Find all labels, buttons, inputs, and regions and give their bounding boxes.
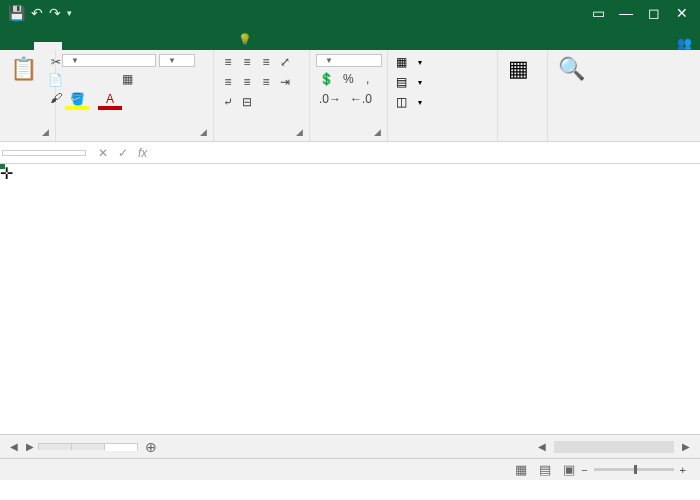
- italic-button[interactable]: [81, 78, 97, 80]
- launcher-icon[interactable]: ◢: [42, 127, 49, 137]
- shrink-font-button[interactable]: [158, 78, 174, 80]
- qat-dropdown-icon[interactable]: ▾: [67, 8, 72, 18]
- editing-icon: 🔍: [558, 56, 585, 82]
- tab-file[interactable]: [6, 42, 34, 50]
- cell-style-icon: ◫: [396, 95, 410, 109]
- bold-button[interactable]: [62, 78, 78, 80]
- paste-button[interactable]: 📋: [6, 54, 41, 86]
- align-left-icon[interactable]: ≡: [220, 74, 236, 90]
- launcher-icon[interactable]: ◢: [296, 127, 303, 137]
- editing-button[interactable]: 🔍: [554, 54, 589, 86]
- tab-home[interactable]: [34, 42, 62, 50]
- grow-font-button[interactable]: [139, 78, 155, 80]
- undo-icon[interactable]: ↶: [31, 5, 43, 21]
- cursor-icon: ✛: [0, 164, 13, 183]
- zoom-in-icon[interactable]: +: [680, 464, 686, 476]
- zoom-control[interactable]: − +: [581, 464, 692, 476]
- new-sheet-icon[interactable]: ⊕: [137, 439, 165, 455]
- page-layout-view-icon[interactable]: ▤: [533, 462, 557, 477]
- group-editing: 🔍: [548, 50, 592, 141]
- align-center-icon[interactable]: ≡: [239, 74, 255, 90]
- fx-icon[interactable]: fx: [138, 146, 147, 160]
- quick-access-toolbar: 💾 ↶ ↷ ▾: [0, 5, 80, 21]
- normal-view-icon[interactable]: ▦: [509, 462, 533, 477]
- font-color-button[interactable]: A: [95, 91, 125, 111]
- hscroll-left-icon[interactable]: ◀: [534, 441, 550, 452]
- conditional-formatting-button[interactable]: ▦▾: [394, 54, 424, 70]
- maximize-icon[interactable]: ◻: [642, 5, 666, 21]
- comma-icon[interactable]: ,: [360, 71, 376, 87]
- percent-icon[interactable]: %: [340, 71, 357, 87]
- font-size-combo[interactable]: ▼: [159, 54, 195, 67]
- align-right-icon[interactable]: ≡: [258, 74, 274, 90]
- format-as-table-button[interactable]: ▤▾: [394, 74, 424, 90]
- decrease-decimal-icon[interactable]: ←.0: [347, 91, 375, 107]
- cells-icon: ▦: [508, 56, 529, 82]
- launcher-icon[interactable]: ◢: [374, 127, 381, 137]
- page-break-view-icon[interactable]: ▣: [557, 462, 581, 477]
- tab-data[interactable]: [146, 42, 174, 50]
- sheet-tab-sheet5[interactable]: [71, 443, 105, 450]
- cells-button[interactable]: ▦: [504, 54, 533, 86]
- sheet-nav-prev-icon[interactable]: ◀: [6, 441, 22, 452]
- tab-view[interactable]: [202, 42, 230, 50]
- zoom-slider[interactable]: [594, 468, 674, 471]
- group-font: ▼ ▼ ▦ 🪣 A ◢: [56, 50, 214, 141]
- group-styles: ▦▾ ▤▾ ◫▾: [388, 50, 498, 141]
- sheet-tab-sheet4[interactable]: [38, 443, 72, 450]
- sheet-tab-sheet3[interactable]: [104, 443, 138, 451]
- align-bottom-icon[interactable]: ≡: [258, 54, 274, 70]
- selection-rectangle: [0, 164, 4, 168]
- ribbon-tabs: 💡 👥: [0, 26, 700, 50]
- indent-icon[interactable]: ⇥: [277, 74, 293, 90]
- tab-formulas[interactable]: [118, 42, 146, 50]
- fill-handle[interactable]: [0, 164, 5, 169]
- name-box[interactable]: [2, 150, 86, 156]
- sheet-nav-next-icon[interactable]: ▶: [22, 441, 38, 452]
- sheet-tab-bar: ◀ ▶ ⊕ ◀ ▶: [0, 434, 700, 458]
- spreadsheet-grid[interactable]: ✛: [0, 164, 700, 434]
- save-icon[interactable]: 💾: [8, 5, 25, 21]
- orientation-icon[interactable]: ⤢: [277, 54, 293, 70]
- group-clipboard: 📋 ✂ 📄 🖌 ◢: [0, 50, 56, 141]
- table-format-icon: ▤: [396, 75, 410, 89]
- window-buttons: ▭ — ◻ ✕: [580, 5, 700, 21]
- align-middle-icon[interactable]: ≡: [239, 54, 255, 70]
- group-alignment: ≡ ≡ ≡ ⤢ ≡ ≡ ≡ ⇥ ⤶ ⊟ ◢: [214, 50, 310, 141]
- minimize-icon[interactable]: —: [614, 5, 638, 21]
- share-button[interactable]: 👥: [677, 36, 692, 50]
- formula-bar-row: ✕ ✓ fx: [0, 142, 700, 164]
- launcher-icon[interactable]: ◢: [200, 127, 207, 137]
- align-top-icon[interactable]: ≡: [220, 54, 236, 70]
- status-bar: ▦ ▤ ▣ − +: [0, 458, 700, 480]
- redo-icon[interactable]: ↷: [49, 5, 61, 21]
- paste-icon: 📋: [10, 56, 37, 82]
- number-format-combo[interactable]: ▼: [316, 54, 382, 67]
- cond-format-icon: ▦: [396, 55, 410, 69]
- border-button[interactable]: ▦: [119, 71, 136, 87]
- hscrollbar[interactable]: [554, 441, 674, 453]
- merge-icon[interactable]: ⊟: [239, 94, 255, 110]
- chevron-down-icon: ▼: [71, 56, 79, 65]
- underline-button[interactable]: [100, 78, 116, 80]
- ribbon-options-icon[interactable]: ▭: [586, 5, 610, 21]
- increase-decimal-icon[interactable]: .0→: [316, 91, 344, 107]
- zoom-out-icon[interactable]: −: [581, 464, 587, 476]
- tab-review[interactable]: [174, 42, 202, 50]
- enter-formula-icon[interactable]: ✓: [118, 146, 128, 160]
- phonetic-button[interactable]: [128, 100, 144, 102]
- hscroll-right-icon[interactable]: ▶: [678, 441, 694, 452]
- wrap-text-icon[interactable]: ⤶: [220, 94, 236, 110]
- tell-me[interactable]: 💡: [230, 29, 669, 50]
- cancel-formula-icon[interactable]: ✕: [98, 146, 108, 160]
- tab-layout[interactable]: [90, 42, 118, 50]
- group-number: ▼ 💲 % , .0→ ←.0 ◢: [310, 50, 388, 141]
- ribbon: 📋 ✂ 📄 🖌 ◢ ▼ ▼ ▦: [0, 50, 700, 142]
- font-name-combo[interactable]: ▼: [62, 54, 156, 67]
- close-icon[interactable]: ✕: [670, 5, 694, 21]
- currency-icon[interactable]: 💲: [316, 71, 337, 87]
- fill-color-button[interactable]: 🪣: [62, 91, 92, 111]
- cell-styles-button[interactable]: ◫▾: [394, 94, 424, 110]
- titlebar: 💾 ↶ ↷ ▾ ▭ — ◻ ✕: [0, 0, 700, 26]
- tab-insert[interactable]: [62, 42, 90, 50]
